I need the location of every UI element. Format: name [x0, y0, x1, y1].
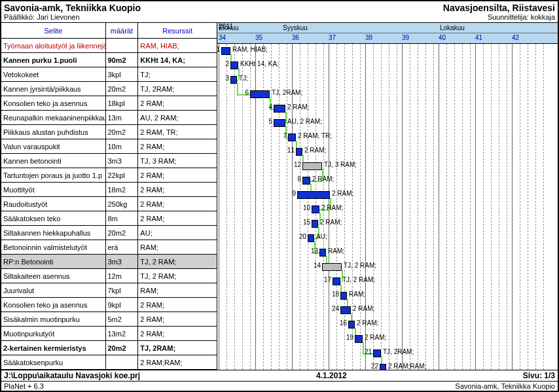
table-row[interactable]: Sääkatoksenpurku2 RAM;RAM; [1, 355, 217, 370]
table-row[interactable]: Työmaan aloitustyöt ja liikennejäRAM, HI… [1, 39, 217, 53]
gantt-bar[interactable] [312, 220, 318, 228]
gantt-bar[interactable] [274, 119, 285, 127]
task-name: Valun varauspukit [1, 139, 106, 153]
task-resources: AU; [138, 226, 217, 240]
table-row[interactable]: Kannen purku 1.puoli90m2KKHt 14, KA; [1, 53, 217, 67]
task-qty: 20m2 [106, 125, 139, 139]
gantt-bar[interactable] [274, 105, 285, 113]
bar-label: TJ, 2 RAM; [344, 262, 376, 269]
table-row[interactable]: Kannen betonointi3m3TJ, 3 RAM; [1, 154, 217, 168]
footer-org: Savonia-amk, Tekniikka Kuopio [455, 382, 555, 390]
task-resources: RAM; [138, 283, 217, 297]
gantt-row: 2KKHt 14, KA; [217, 58, 558, 73]
gantt-bar[interactable] [308, 234, 314, 242]
gantt-bar[interactable] [373, 349, 381, 357]
table-row[interactable]: RP:n Betonointi3m3TJ, 2 RAM; [1, 255, 217, 269]
month-label: Lokakuu [440, 24, 465, 31]
gantt-bar[interactable] [380, 364, 386, 370]
table-row[interactable]: Siltakaiteen asennus12mTJ, 2 RAM; [1, 269, 217, 283]
gantt-row: 92 RAM; [217, 188, 558, 202]
task-name: Sääkatoksen teko [1, 211, 106, 225]
task-resources: 2 RAM, TR; [138, 125, 217, 139]
gantt-row: 17TJ, 2 RAM; [217, 274, 558, 289]
table-row[interactable]: Valun varauspukit10m2 RAM; [1, 139, 217, 154]
task-table-head: Selite määrät Resurssit [1, 23, 217, 39]
table-row[interactable]: 2-kertainen kermieristys20m2TJ, 2RAM; [1, 341, 217, 355]
gantt-bar[interactable] [302, 177, 310, 185]
table-row[interactable]: Sääkatoksen teko8m2 RAM; [1, 211, 217, 226]
gantt-bar[interactable] [348, 321, 355, 329]
gantt-bar[interactable] [296, 148, 302, 156]
task-qty: 13m [106, 111, 139, 124]
header-left: Savonia-amk, Tekniikka Kuopio Päällikkö:… [4, 3, 141, 21]
gantt-row: 1RAM, HIAB; [217, 44, 558, 58]
task-number: 2 [220, 60, 229, 67]
gantt-bar[interactable] [288, 134, 296, 141]
gantt-bar[interactable] [302, 162, 322, 170]
task-qty [106, 355, 139, 369]
task-number: 1 [217, 46, 220, 53]
table-row[interactable]: Konsolien teko ja asennus18kpl2 RAM; [1, 96, 217, 111]
task-number: 18 [330, 291, 339, 298]
footer: J:\Loppu\aikataulu Navasjoki koe.prj 4.1… [1, 370, 558, 391]
week-label: 35 [255, 34, 262, 41]
gantt-bar[interactable] [333, 277, 340, 285]
designer-line: Suunnittelija: kokkaja [443, 13, 555, 21]
gantt-chart: 2011 ElokuuSyyskuuLokakuu 34353637383940… [217, 23, 558, 370]
gantt-bar[interactable] [297, 191, 330, 199]
table-row[interactable]: Muottityöt18m22 RAM; [1, 183, 217, 197]
table-row[interactable]: Tartuntojen poraus ja juotto 1.p22kpl2 R… [1, 168, 217, 183]
bar-label: 2 RAM; [304, 147, 326, 154]
table-row[interactable]: Siltakannen hiekkapuhallus20m2AU; [1, 226, 217, 240]
task-resources: 2 RAM; [138, 298, 217, 312]
task-name: Konsolien teko ja asennus [1, 298, 106, 312]
week-label: 36 [292, 34, 299, 41]
gantt-bar[interactable] [355, 335, 363, 343]
bar-label: TJ, 2RAM; [272, 89, 302, 96]
task-qty: 10m [106, 139, 139, 153]
gantt-row: 5AU, 2 RAM; [217, 116, 558, 130]
task-name: RP:n Betonointi [1, 255, 106, 268]
task-resources: 2 RAM; [138, 327, 217, 340]
gantt-bar[interactable] [312, 205, 319, 213]
task-name: Sisäkalmin muotinpurku [1, 312, 106, 326]
gantt-bar[interactable] [230, 62, 238, 69]
gantt-row: 192 RAM; [217, 332, 558, 346]
task-number: 14 [312, 262, 321, 269]
table-row[interactable]: Juurivalut7kplRAM; [1, 283, 217, 298]
gantt-bar[interactable] [340, 306, 351, 314]
gantt-row: 20AU; [217, 231, 558, 245]
table-row[interactable]: Sisäkalmin muotinpurku5m22 RAM; [1, 312, 217, 327]
task-name: Siltakaiteen asennus [1, 269, 106, 283]
bar-label: RAM; [328, 247, 344, 255]
task-resources: TJ, 2 RAM; [138, 269, 217, 283]
task-qty: 3kpl [106, 67, 139, 81]
gantt-bar[interactable] [250, 90, 270, 98]
task-qty: 12m [106, 269, 139, 283]
gantt-row: 6TJ, 2RAM; [217, 87, 558, 101]
bar-label: AU; [316, 233, 327, 240]
table-row[interactable]: Muotinpurkutyöt13m22 RAM; [1, 327, 217, 341]
gantt-bar[interactable] [230, 76, 237, 84]
gantt-bar[interactable] [340, 292, 347, 300]
table-row[interactable]: Piikkaus alustan puhdistus20m22 RAM, TR; [1, 125, 217, 139]
gantt-bar[interactable] [322, 263, 342, 271]
task-name: Juurivalut [1, 283, 106, 297]
task-resources: AU, 2 RAM; [138, 111, 217, 124]
gantt-bar[interactable] [221, 47, 230, 55]
table-row[interactable]: Raudoitustyöt250kg2 RAM; [1, 197, 217, 211]
gantt-row: 152 RAM; [217, 217, 558, 231]
table-row[interactable]: Konsolien teko ja asennus9kpl2 RAM; [1, 298, 217, 312]
table-row[interactable]: Reunapalkin mekaaninenpiikkau13mAU, 2 RA… [1, 111, 217, 125]
task-number: 22 [369, 363, 378, 370]
task-qty: 5m2 [106, 312, 139, 326]
task-number: 7 [278, 132, 287, 139]
table-row[interactable]: Kannen jyrsintä/piikkaus20m2TJ, 2RAM; [1, 82, 217, 96]
col-header-maarat: määrät [106, 23, 139, 38]
table-row[interactable]: Betonoinnin valmistelutyöteräRAM; [1, 240, 217, 255]
week-label: 39 [402, 34, 409, 41]
gantt-bar[interactable] [319, 249, 326, 257]
table-row[interactable]: Vetokokeet3kplTJ; [1, 67, 217, 82]
task-qty: 9kpl [106, 298, 139, 312]
task-resources: 2 RAM; [138, 312, 217, 326]
